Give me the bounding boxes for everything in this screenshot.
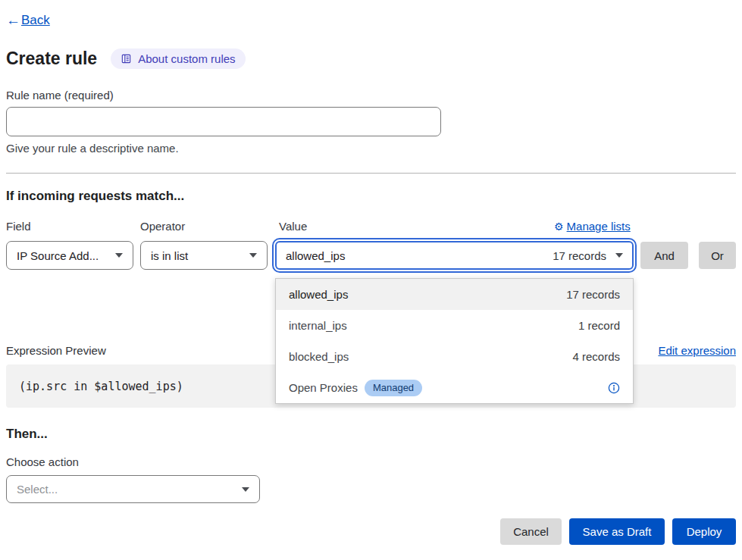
left-arrow-icon: ← (6, 12, 20, 29)
managed-badge: Managed (365, 380, 422, 396)
gear-icon: ⚙ (554, 221, 564, 232)
about-custom-rules-link[interactable]: About custom rules (111, 48, 245, 69)
edit-expression-link[interactable]: Edit expression (656, 344, 736, 357)
operator-column-label: Operator (140, 220, 185, 233)
action-select[interactable]: Select... (6, 475, 260, 503)
value-dropdown-panel: allowed_ips 17 records internal_ips 1 re… (275, 278, 634, 404)
create-rule-page: ←Back Create rule About custom rules Rul… (0, 0, 742, 560)
about-custom-rules-label: About custom rules (138, 52, 235, 65)
operator-select[interactable]: is in list (140, 241, 268, 270)
chevron-down-icon (115, 253, 123, 258)
value-select[interactable]: allowed_ips 17 records (275, 241, 634, 270)
manage-lists-label: Manage lists (567, 220, 631, 233)
info-circle-icon[interactable] (608, 382, 620, 394)
choose-action-label: Choose action (6, 455, 79, 468)
rule-name-input[interactable] (6, 107, 441, 136)
field-select-value: IP Source Add... (17, 249, 99, 262)
section-divider (6, 173, 736, 174)
field-select[interactable]: IP Source Add... (6, 241, 133, 270)
value-select-focus-ring: allowed_ips 17 records (272, 238, 637, 273)
dropdown-option-internal-ips[interactable]: internal_ips 1 record (276, 310, 633, 341)
chevron-down-icon (249, 253, 257, 258)
value-select-record-count: 17 records (553, 249, 606, 262)
operator-select-value: is in list (151, 249, 188, 262)
value-column-label: Value (279, 220, 307, 233)
value-select-selected: allowed_ips (286, 249, 345, 262)
action-select-placeholder: Select... (17, 483, 58, 496)
expression-code: (ip.src in $allowed_ips) (19, 380, 183, 393)
rule-name-label: Rule name (required) (6, 89, 114, 102)
list-record-count: 1 record (578, 319, 620, 332)
field-column-label: Field (6, 220, 31, 233)
or-condition-button[interactable]: Or (699, 242, 736, 269)
list-name: internal_ips (289, 319, 347, 332)
title-row: Create rule About custom rules (6, 48, 246, 69)
list-name: Open Proxies (289, 381, 358, 394)
dropdown-option-blocked-ips[interactable]: blocked_ips 4 records (276, 341, 633, 372)
dropdown-option-open-proxies[interactable]: Open Proxies Managed (276, 372, 633, 403)
save-as-draft-button[interactable]: Save as Draft (569, 518, 665, 545)
match-section-heading: If incoming requests match... (6, 189, 184, 204)
rule-name-helper-text: Give your rule a descriptive name. (6, 142, 179, 155)
list-record-count: 4 records (572, 350, 620, 363)
deploy-button[interactable]: Deploy (672, 518, 736, 545)
chevron-down-icon (242, 487, 249, 492)
then-section-heading: Then... (6, 427, 48, 442)
list-name: allowed_ips (289, 288, 348, 301)
chevron-down-icon (615, 253, 623, 258)
book-icon (121, 53, 132, 64)
and-condition-button[interactable]: And (640, 242, 688, 269)
dropdown-option-allowed-ips[interactable]: allowed_ips 17 records (276, 279, 633, 310)
back-link-label: Back (21, 13, 50, 28)
list-record-count: 17 records (566, 288, 620, 301)
page-title: Create rule (6, 48, 97, 69)
expression-preview-label: Expression Preview (6, 344, 106, 357)
manage-lists-link[interactable]: ⚙ Manage lists (554, 220, 634, 233)
back-link[interactable]: ←Back (6, 12, 50, 29)
cancel-button[interactable]: Cancel (500, 518, 562, 545)
list-name: blocked_ips (289, 350, 349, 363)
